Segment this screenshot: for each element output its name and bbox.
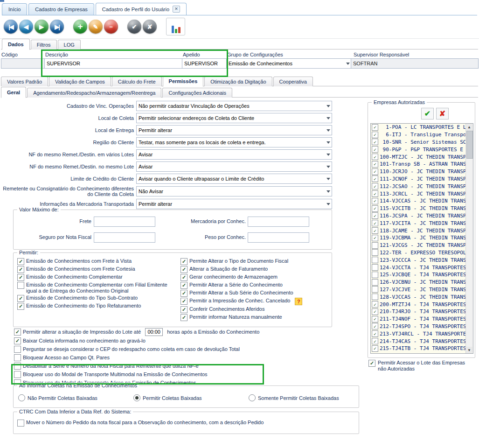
radio-item[interactable]: Permitir Coletas Baixadas xyxy=(133,394,249,401)
company-row[interactable]: 124-VJCCTA - TJ4 TRANSPORTES xyxy=(371,264,473,271)
company-checkbox[interactable]: ✓ xyxy=(372,198,378,204)
checkbox-item[interactable]: ✓Emissão de Conhecimento do Tipo Refatur… xyxy=(17,303,179,310)
chevron-down-icon[interactable] xyxy=(325,101,332,111)
checkbox[interactable]: ✓ xyxy=(180,258,187,265)
mdi-tab-cadastro-de-perfil-do-usuario[interactable]: Cadastro de Perfil do Usuário✕ xyxy=(96,3,187,15)
subtab-configuracoes-adicionais[interactable]: Configurações Adicionais xyxy=(162,88,232,98)
company-row[interactable]: ✓ 6-ITJ - Transligue Transpo xyxy=(371,131,473,139)
checkbox[interactable]: ✓ xyxy=(180,298,187,305)
company-checkbox[interactable]: ✓ xyxy=(372,316,378,322)
company-checkbox[interactable] xyxy=(372,249,378,256)
company-checkbox[interactable] xyxy=(372,294,378,300)
chevron-down-icon[interactable] xyxy=(344,59,351,68)
company-checkbox[interactable]: ✓ xyxy=(372,183,378,189)
company-checkbox[interactable]: ✓ xyxy=(372,124,378,131)
company-row[interactable]: ✓214-TJ4CAS - TJ4 TRANSPORTES xyxy=(371,337,473,345)
company-checkbox[interactable]: ✓ xyxy=(372,338,378,344)
company-checkbox[interactable]: ✓ xyxy=(372,227,378,234)
checkbox-item[interactable]: ✓Emissão de Conhecimentos com Frete Cort… xyxy=(17,266,179,273)
company-checkbox[interactable]: ✓ xyxy=(372,190,378,197)
company-checkbox[interactable]: ✓ xyxy=(372,308,378,315)
first-record-button[interactable]: |◀ xyxy=(4,20,18,34)
company-row[interactable]: ✓ 90-P&P - P&P TRANSPORTES E xyxy=(371,146,473,153)
company-row[interactable]: ✓215-TJ4ITB - TJ4 TRANSPORTES xyxy=(371,345,473,352)
subtab-agendamento-redespacho-armazenagem-reent[interactable]: Agendamento/Redespacho/Armazenagem/Reent… xyxy=(27,88,161,98)
seguro-field[interactable] xyxy=(94,232,155,243)
close-icon[interactable]: ✕ xyxy=(173,6,180,13)
company-checkbox[interactable]: ✓ xyxy=(372,330,378,337)
checkbox[interactable]: ✓ xyxy=(180,290,187,297)
company-checkbox[interactable] xyxy=(372,242,378,249)
dropdown-nf-do-mesmo-remet-destin-em-varios-lotes[interactable]: Avisar xyxy=(136,149,332,160)
checkbox[interactable] xyxy=(17,282,24,289)
checkbox-item[interactable]: ✓Gerar conhecimento de Armazenagem xyxy=(180,274,330,281)
subtab-geral[interactable]: Geral xyxy=(1,87,26,98)
scroll-down-icon[interactable]: ▼ xyxy=(466,347,472,353)
chevron-down-icon[interactable] xyxy=(325,126,332,135)
tab-calculo-do-frete[interactable]: Cálculo do Frete xyxy=(112,77,162,86)
checkbox[interactable]: ✓ xyxy=(180,306,187,313)
company-checkbox[interactable] xyxy=(372,279,378,286)
radio-button[interactable] xyxy=(18,394,25,401)
company-checkbox[interactable]: ✓ xyxy=(372,168,378,175)
company-row[interactable]: ✓117-VJCITA - JC THEDIN TRANS xyxy=(371,219,473,227)
company-row[interactable]: ✓114-VJCCAS - JC THEDIN TRANS xyxy=(371,197,473,205)
confirm-selection-button[interactable]: ✔ xyxy=(421,108,434,119)
company-row[interactable]: ✓ 10-SNR - Senior Sistemas SC xyxy=(371,139,473,146)
checkbox[interactable]: ✓ xyxy=(14,329,21,336)
checkbox[interactable]: ✓ xyxy=(180,274,187,281)
company-row[interactable]: ✓210-TJ4RJO - TJ4 TRANSPORTES xyxy=(371,308,473,315)
company-row[interactable]: ✓112-JCSAO - JC THEDIN TRANSP xyxy=(371,182,473,190)
company-row[interactable]: ✓119-VJCBMA - JC THEDIN TRANS xyxy=(371,234,473,242)
frete-field[interactable] xyxy=(94,217,155,227)
radio-button[interactable] xyxy=(133,394,140,401)
checkbox-item[interactable]: Mover o Número do Pedido da nota fiscal … xyxy=(17,420,353,427)
insert-record-button[interactable]: + xyxy=(73,20,87,34)
checkbox-item[interactable]: Emissão de Conhecimento Complementar com… xyxy=(17,282,179,294)
chevron-down-icon[interactable] xyxy=(325,187,332,196)
checkbox-item[interactable]: Bloquear Acesso ao Campo Qt. Pares xyxy=(14,354,354,361)
peso-field[interactable] xyxy=(248,232,309,243)
dropdown-limite-de-credito-do-cliente[interactable]: Avisar quando o Cliente ultrapassar o Li… xyxy=(136,174,332,184)
checkbox[interactable]: ✓ xyxy=(180,314,187,321)
company-checkbox[interactable]: ✓ xyxy=(372,235,378,241)
company-checkbox[interactable]: ✓ xyxy=(372,175,378,182)
dropdown-informacoes-da-mercadoria-transportada[interactable]: Permitir alterar xyxy=(136,199,332,209)
company-row[interactable]: ✓113-JCRCL - JC THEDIN TRANSP xyxy=(371,190,473,197)
company-checkbox[interactable]: ✓ xyxy=(372,161,378,168)
checkbox[interactable]: ✓ xyxy=(17,274,24,281)
checkbox[interactable] xyxy=(14,371,21,378)
company-checkbox[interactable]: ✓ xyxy=(372,139,378,145)
checkbox[interactable]: ✓ xyxy=(180,266,187,273)
chevron-down-icon[interactable] xyxy=(325,150,332,159)
dropdown-cadastro-de-vinc-operacoes[interactable]: Não permitir cadastrar Vinculação de Ope… xyxy=(136,101,332,111)
empresas-footer-check[interactable]: ✓Permitir Acessar o Lote das Empresas nã… xyxy=(368,360,474,372)
scroll-up-icon[interactable]: ▲ xyxy=(466,124,472,130)
checkbox-item[interactable]: ✓Alterar a Situação de Faturamento xyxy=(180,266,330,273)
checkbox[interactable] xyxy=(17,420,24,427)
checkbox-item[interactable]: ✓Permitir Alterar a Sub Série do Conheci… xyxy=(180,290,330,297)
vertical-scrollbar[interactable]: ▲ ▼ xyxy=(465,124,473,353)
company-row[interactable]: 127-VJCJVE - JC THEDIN TRANS xyxy=(371,286,473,294)
checkbox-item[interactable]: ✓Emissão de Conhecimento do Tipo Sub-Con… xyxy=(17,295,179,302)
company-checkbox[interactable]: ✓ xyxy=(372,345,378,352)
checkbox[interactable]: ✓ xyxy=(17,303,24,310)
checkbox-item[interactable]: ✓Emissão de Conhecimentos com Frete à Vi… xyxy=(17,258,179,265)
tab-log[interactable]: LOG xyxy=(58,40,81,49)
dropdown-remetente-ou-consignatario-do-conhecimen[interactable]: Não Avisar xyxy=(136,186,332,196)
dropdown-local-de-entrega[interactable]: Permitir alterar xyxy=(136,125,332,135)
radio-item[interactable]: Não Permitir Coletas Baixadas xyxy=(18,394,133,401)
codigo-field[interactable] xyxy=(1,58,46,69)
company-checkbox[interactable] xyxy=(372,257,378,263)
chevron-down-icon[interactable] xyxy=(325,138,332,147)
tab-permissoes[interactable]: Permissões xyxy=(163,76,204,87)
checkbox-item[interactable]: ✓Emissão de Conhecimento Complementar xyxy=(17,274,179,281)
apelido-field[interactable]: SUPERVISOR xyxy=(182,58,229,69)
checkbox[interactable]: ✓ xyxy=(368,360,375,367)
checkbox[interactable]: ✓ xyxy=(17,295,24,302)
company-row[interactable]: ✓101-Transp SB - ASTRAN TRANS xyxy=(371,161,473,168)
checkbox-item[interactable]: ✓Permitir alterar a situação de Impressã… xyxy=(14,328,354,336)
company-row[interactable]: 122-TER - EXPRESSO TERESOPOL xyxy=(371,249,473,257)
company-checkbox[interactable]: ✓ xyxy=(372,301,378,308)
chevron-down-icon[interactable] xyxy=(325,174,332,183)
